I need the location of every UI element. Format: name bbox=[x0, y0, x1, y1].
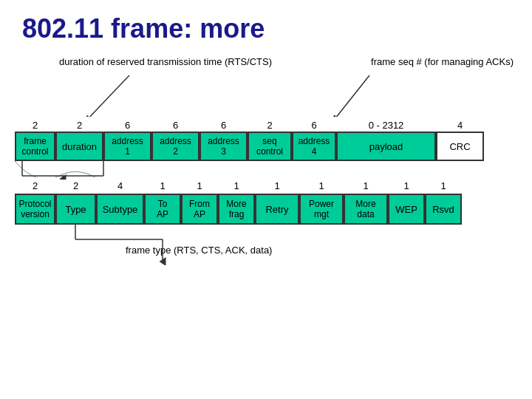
frame-type-note: frame type (RTS, CTS, ACK, data) bbox=[126, 244, 272, 257]
cell-seq-control: seqcontrol bbox=[248, 132, 292, 161]
bottom-section: 2 2 4 1 1 1 1 1 1 1 1 Protocolversion Ty… bbox=[15, 177, 517, 268]
num-1: 2 bbox=[55, 117, 103, 133]
bnum-9: 1 bbox=[388, 177, 425, 194]
bnum-5: 1 bbox=[218, 177, 255, 194]
cell-protocol-version: Protocolversion bbox=[15, 194, 55, 225]
top-numbers-row: 2 2 6 6 6 2 6 0 - 2312 4 bbox=[15, 117, 517, 133]
cell-wep: WEP bbox=[388, 194, 425, 225]
cell-subtype: Subtype bbox=[96, 194, 144, 225]
num-3: 6 bbox=[151, 117, 200, 133]
cell-frame-control: framecontrol bbox=[15, 132, 55, 161]
cell-more-frag: Morefrag bbox=[218, 194, 255, 225]
svg-line-1 bbox=[332, 75, 369, 122]
bnum-6: 1 bbox=[255, 177, 299, 194]
cell-payload: payload bbox=[336, 132, 436, 161]
page-title: 802.11 frame: more bbox=[0, 0, 532, 52]
cell-addr2: address2 bbox=[151, 132, 200, 161]
cell-type: Type bbox=[55, 194, 96, 225]
cell-more-data: Moredata bbox=[344, 194, 388, 225]
cell-to-ap: ToAP bbox=[144, 194, 181, 225]
top-left-annotation: duration of reserved transmission time (… bbox=[59, 55, 272, 69]
svg-line-0 bbox=[85, 75, 129, 122]
bnum-10: 1 bbox=[425, 177, 462, 194]
num-8: 4 bbox=[436, 117, 484, 133]
cell-addr3: address3 bbox=[200, 132, 248, 161]
bnum-4: 1 bbox=[181, 177, 218, 194]
num-6: 6 bbox=[292, 117, 336, 133]
cell-duration: duration bbox=[55, 132, 103, 161]
cell-addr4: address4 bbox=[292, 132, 336, 161]
page-container: 802.11 frame: more duration of reserved … bbox=[0, 0, 532, 268]
main-content: duration of reserved transmission time (… bbox=[0, 52, 532, 268]
bnum-3: 1 bbox=[144, 177, 181, 194]
cell-crc: CRC bbox=[436, 132, 484, 161]
cell-power-mgt: Powermgt bbox=[299, 194, 344, 225]
bnum-7: 1 bbox=[299, 177, 344, 194]
bnum-2: 4 bbox=[96, 177, 144, 194]
cell-from-ap: FromAP bbox=[181, 194, 218, 225]
num-5: 2 bbox=[248, 117, 292, 133]
top-section: duration of reserved transmission time (… bbox=[15, 52, 517, 177]
cell-addr1: address1 bbox=[103, 132, 151, 161]
top-right-annotation: frame seq # (for managing ACKs) bbox=[371, 55, 514, 69]
num-0: 2 bbox=[15, 117, 55, 133]
cell-rsvd: Rsvd bbox=[425, 194, 462, 225]
bnum-1: 2 bbox=[55, 177, 96, 194]
num-4: 6 bbox=[200, 117, 248, 133]
top-cells-row: framecontrol duration address1 address2 … bbox=[15, 132, 517, 161]
bnum-8: 1 bbox=[344, 177, 388, 194]
cell-retry: Retry bbox=[255, 194, 299, 225]
num-7: 0 - 2312 bbox=[336, 117, 436, 133]
bottom-cells-row: Protocolversion Type Subtype ToAP FromAP… bbox=[15, 194, 517, 225]
bnum-0: 2 bbox=[15, 177, 55, 194]
bottom-numbers-row: 2 2 4 1 1 1 1 1 1 1 1 bbox=[15, 177, 517, 194]
num-2: 6 bbox=[103, 117, 151, 133]
